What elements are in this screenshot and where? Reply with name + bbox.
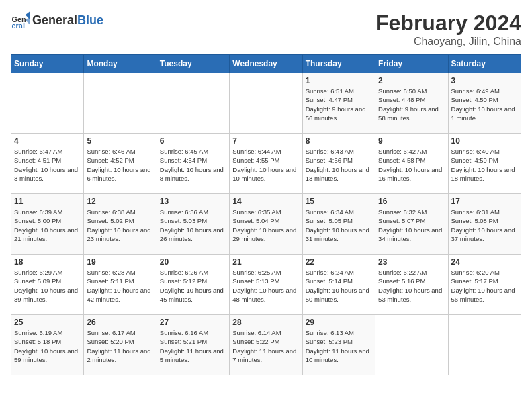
calendar-cell: 5Sunrise: 6:46 AMSunset: 4:52 PMDaylight…	[84, 134, 157, 194]
calendar-cell: 13Sunrise: 6:36 AMSunset: 5:03 PMDayligh…	[157, 194, 229, 255]
logo-text-general: General	[32, 13, 77, 28]
calendar-cell: 22Sunrise: 6:24 AMSunset: 5:14 PMDayligh…	[302, 255, 375, 315]
day-info: Sunrise: 6:50 AMSunset: 4:48 PMDaylight:…	[378, 87, 445, 122]
calendar-cell: 28Sunrise: 6:14 AMSunset: 5:22 PMDayligh…	[230, 315, 302, 375]
day-info: Sunrise: 6:16 AMSunset: 5:21 PMDaylight:…	[160, 328, 226, 364]
calendar-cell	[375, 315, 448, 375]
day-number: 14	[232, 197, 299, 206]
calendar-cell	[84, 73, 157, 134]
day-info: Sunrise: 6:38 AMSunset: 5:02 PMDaylight:…	[87, 208, 153, 243]
calendar-cell: 17Sunrise: 6:31 AMSunset: 5:08 PMDayligh…	[448, 194, 521, 255]
day-number: 27	[160, 318, 226, 327]
day-number: 11	[14, 197, 81, 206]
day-info: Sunrise: 6:39 AMSunset: 5:00 PMDaylight:…	[14, 208, 81, 243]
day-info: Sunrise: 6:34 AMSunset: 5:05 PMDaylight:…	[306, 208, 372, 243]
calendar-cell: 20Sunrise: 6:26 AMSunset: 5:12 PMDayligh…	[157, 255, 229, 315]
day-number: 9	[378, 136, 445, 146]
calendar-cell: 14Sunrise: 6:35 AMSunset: 5:04 PMDayligh…	[230, 194, 302, 255]
day-info: Sunrise: 6:13 AMSunset: 5:23 PMDaylight:…	[306, 328, 372, 364]
day-number: 2	[378, 76, 445, 85]
calendar-cell: 6Sunrise: 6:45 AMSunset: 4:54 PMDaylight…	[157, 134, 229, 194]
calendar-cell: 4Sunrise: 6:47 AMSunset: 4:51 PMDaylight…	[11, 134, 84, 194]
calendar-week-5: 25Sunrise: 6:19 AMSunset: 5:18 PMDayligh…	[11, 315, 521, 375]
subtitle: Chaoyang, Jilin, China	[375, 36, 521, 48]
calendar-cell: 2Sunrise: 6:50 AMSunset: 4:48 PMDaylight…	[375, 73, 448, 134]
header-wednesday: Wednesday	[230, 55, 302, 73]
day-info: Sunrise: 6:46 AMSunset: 4:52 PMDaylight:…	[87, 147, 153, 183]
day-number: 10	[451, 136, 518, 146]
calendar-week-1: 1Sunrise: 6:51 AMSunset: 4:47 PMDaylight…	[11, 73, 521, 134]
calendar-cell: 9Sunrise: 6:42 AMSunset: 4:58 PMDaylight…	[375, 134, 448, 194]
header-thursday: Thursday	[302, 55, 375, 73]
day-number: 4	[14, 136, 81, 146]
day-number: 16	[378, 197, 445, 206]
day-number: 7	[232, 136, 299, 146]
day-info: Sunrise: 6:20 AMSunset: 5:17 PMDaylight:…	[451, 268, 518, 304]
day-number: 12	[87, 197, 153, 206]
page-header: Gen eral GeneralBlue February 2024 Chaoy…	[11, 11, 521, 48]
day-number: 21	[232, 257, 299, 267]
calendar-cell: 15Sunrise: 6:34 AMSunset: 5:05 PMDayligh…	[302, 194, 375, 255]
calendar-cell	[448, 315, 521, 375]
calendar-cell: 12Sunrise: 6:38 AMSunset: 5:02 PMDayligh…	[84, 194, 157, 255]
logo: Gen eral GeneralBlue	[11, 11, 103, 30]
calendar-cell: 1Sunrise: 6:51 AMSunset: 4:47 PMDaylight…	[302, 73, 375, 134]
day-info: Sunrise: 6:47 AMSunset: 4:51 PMDaylight:…	[14, 147, 81, 183]
calendar-cell	[11, 73, 84, 134]
day-number: 25	[14, 318, 81, 327]
day-number: 13	[160, 197, 226, 206]
day-info: Sunrise: 6:19 AMSunset: 5:18 PMDaylight:…	[14, 328, 81, 364]
day-info: Sunrise: 6:40 AMSunset: 4:59 PMDaylight:…	[451, 147, 518, 183]
day-number: 29	[306, 318, 372, 327]
day-info: Sunrise: 6:31 AMSunset: 5:08 PMDaylight:…	[451, 208, 518, 243]
calendar-cell	[157, 73, 229, 134]
day-number: 23	[378, 257, 445, 267]
day-info: Sunrise: 6:36 AMSunset: 5:03 PMDaylight:…	[160, 208, 226, 243]
day-info: Sunrise: 6:32 AMSunset: 5:07 PMDaylight:…	[378, 208, 445, 243]
calendar-week-3: 11Sunrise: 6:39 AMSunset: 5:00 PMDayligh…	[11, 194, 521, 255]
calendar-cell: 29Sunrise: 6:13 AMSunset: 5:23 PMDayligh…	[302, 315, 375, 375]
svg-text:eral: eral	[12, 21, 25, 30]
calendar-cell: 24Sunrise: 6:20 AMSunset: 5:17 PMDayligh…	[448, 255, 521, 315]
day-number: 1	[306, 76, 372, 85]
calendar-cell: 7Sunrise: 6:44 AMSunset: 4:55 PMDaylight…	[230, 134, 302, 194]
calendar-cell: 11Sunrise: 6:39 AMSunset: 5:00 PMDayligh…	[11, 194, 84, 255]
calendar-cell	[230, 73, 302, 134]
day-info: Sunrise: 6:26 AMSunset: 5:12 PMDaylight:…	[160, 268, 226, 304]
calendar-cell: 3Sunrise: 6:49 AMSunset: 4:50 PMDaylight…	[448, 73, 521, 134]
day-info: Sunrise: 6:45 AMSunset: 4:54 PMDaylight:…	[160, 147, 226, 183]
day-number: 15	[306, 197, 372, 206]
day-number: 22	[306, 257, 372, 267]
day-info: Sunrise: 6:17 AMSunset: 5:20 PMDaylight:…	[87, 328, 153, 364]
day-number: 5	[87, 136, 153, 146]
day-number: 26	[87, 318, 153, 327]
calendar-cell: 26Sunrise: 6:17 AMSunset: 5:20 PMDayligh…	[84, 315, 157, 375]
calendar-cell: 16Sunrise: 6:32 AMSunset: 5:07 PMDayligh…	[375, 194, 448, 255]
calendar-cell: 8Sunrise: 6:43 AMSunset: 4:56 PMDaylight…	[302, 134, 375, 194]
calendar-cell: 27Sunrise: 6:16 AMSunset: 5:21 PMDayligh…	[157, 315, 229, 375]
day-info: Sunrise: 6:24 AMSunset: 5:14 PMDaylight:…	[306, 268, 372, 304]
calendar-week-4: 18Sunrise: 6:29 AMSunset: 5:09 PMDayligh…	[11, 255, 521, 315]
header-tuesday: Tuesday	[157, 55, 229, 73]
day-info: Sunrise: 6:42 AMSunset: 4:58 PMDaylight:…	[378, 147, 445, 183]
day-info: Sunrise: 6:44 AMSunset: 4:55 PMDaylight:…	[232, 147, 299, 183]
calendar-cell: 21Sunrise: 6:25 AMSunset: 5:13 PMDayligh…	[230, 255, 302, 315]
day-number: 3	[451, 76, 518, 85]
calendar-cell: 23Sunrise: 6:22 AMSunset: 5:16 PMDayligh…	[375, 255, 448, 315]
day-number: 6	[160, 136, 226, 146]
day-info: Sunrise: 6:14 AMSunset: 5:22 PMDaylight:…	[232, 328, 299, 364]
day-info: Sunrise: 6:29 AMSunset: 5:09 PMDaylight:…	[14, 268, 81, 304]
day-info: Sunrise: 6:43 AMSunset: 4:56 PMDaylight:…	[306, 147, 372, 183]
title-area: February 2024 Chaoyang, Jilin, China	[375, 11, 521, 48]
day-info: Sunrise: 6:51 AMSunset: 4:47 PMDaylight:…	[306, 87, 372, 122]
header-saturday: Saturday	[448, 55, 521, 73]
day-info: Sunrise: 6:35 AMSunset: 5:04 PMDaylight:…	[232, 208, 299, 243]
logo-icon: Gen eral	[11, 11, 30, 30]
day-number: 24	[451, 257, 518, 267]
day-info: Sunrise: 6:28 AMSunset: 5:11 PMDaylight:…	[87, 268, 153, 304]
day-number: 19	[87, 257, 153, 267]
day-info: Sunrise: 6:49 AMSunset: 4:50 PMDaylight:…	[451, 87, 518, 122]
calendar-cell: 19Sunrise: 6:28 AMSunset: 5:11 PMDayligh…	[84, 255, 157, 315]
logo-text-blue: Blue	[77, 13, 103, 28]
main-title: February 2024	[375, 11, 521, 36]
